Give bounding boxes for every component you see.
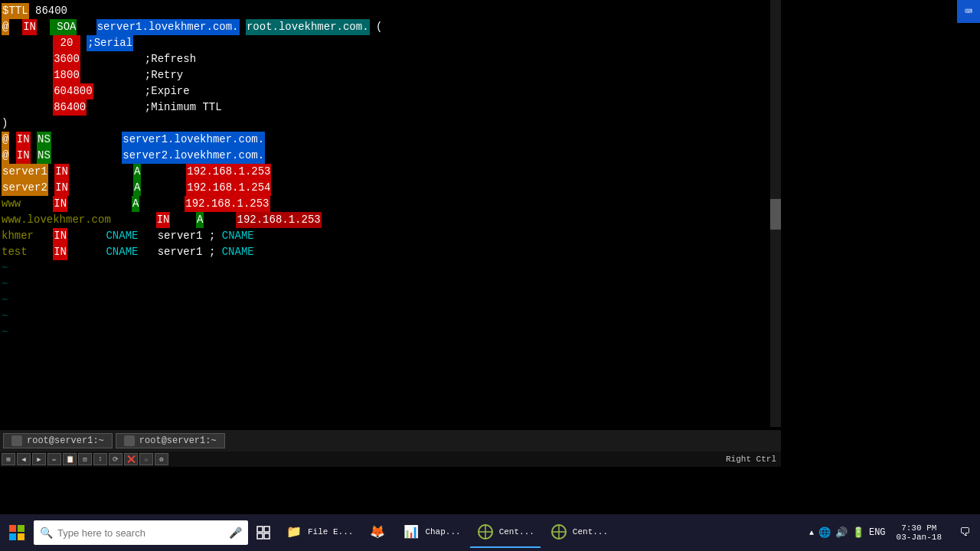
terminal-line-2: @ IN SOA server1.lovekhmer.com. root.lov…	[2, 19, 779, 35]
terminal-window[interactable]: $TTL 86400 @ IN SOA server1.lovekhmer.co…	[0, 0, 781, 429]
svg-rect-0	[9, 525, 16, 532]
terminal-tilde-4: ~	[2, 308, 779, 324]
terminal-icon-1	[11, 435, 22, 446]
terminal-line-15: khmer IN CNAME server1 ; CNAME	[2, 228, 779, 244]
terminal-tab-2[interactable]: root@server1:~	[116, 433, 225, 448]
terminal-line-10: @ IN NS server2.lovekhmer.com.	[2, 148, 779, 164]
terminal-tilde-3: ~	[2, 292, 779, 308]
svg-rect-7	[264, 533, 270, 539]
svg-rect-5	[264, 527, 270, 532]
toolbar-btn-1[interactable]: ⊞	[2, 453, 15, 465]
search-container[interactable]: 🔍 🎤	[34, 520, 248, 545]
terminal-line-3: 20 ;Serial	[2, 35, 779, 51]
svg-rect-4	[257, 527, 263, 532]
toolbar-btn-4[interactable]: ✏	[47, 453, 61, 465]
start-button[interactable]	[3, 519, 31, 546]
taskbar-centos-2[interactable]: Cent...	[544, 517, 614, 548]
terminal-tilde-2: ~	[2, 276, 779, 292]
terminal-icon-2	[124, 435, 135, 446]
svg-rect-6	[257, 533, 263, 539]
chapter-icon: 📊	[402, 523, 420, 541]
search-icon: 🔍	[40, 527, 53, 540]
notification-button[interactable]: 🗨	[952, 520, 977, 545]
terminal-line-5: 1800 ;Retry	[2, 67, 779, 83]
terminal-tilde-5: ~	[2, 324, 779, 341]
toolbar-btn-3[interactable]: ▶	[32, 453, 46, 465]
language-label[interactable]: ENG	[869, 527, 886, 538]
terminal-line-16: test IN CNAME server1 ; CNAME	[2, 244, 779, 260]
terminal-scrollbar[interactable]	[770, 0, 781, 427]
terminal-line-11: server1 IN A 192.168.1.253	[2, 164, 779, 180]
battery-icon: 🔋	[852, 527, 864, 539]
file-explorer-label: File E...	[308, 527, 353, 536]
file-explorer-icon: 📁	[285, 523, 303, 541]
terminal-tabs: root@server1:~ root@server1:~	[0, 430, 781, 452]
clock-date: 03-Jan-18	[897, 533, 942, 542]
terminal-toolbar: ⊞ ◀ ▶ ✏ 📋 ⊡ ↕ ⟳ ❌ ☆ ⚙ Right Ctrl	[0, 452, 781, 467]
search-input[interactable]	[57, 527, 211, 539]
tray-expand-icon[interactable]: ▲	[809, 529, 814, 537]
terminal-line-7: 86400 ;Minimum TTL	[2, 99, 779, 116]
svg-rect-1	[18, 525, 24, 532]
task-view-icon	[256, 526, 270, 540]
terminal-line-8: )	[2, 116, 779, 132]
right-panel	[781, 0, 980, 467]
terminal-line-6: 604800 ;Expire	[2, 83, 779, 99]
chapter-label: Chap...	[425, 527, 460, 536]
scrollbar-thumb	[770, 199, 781, 230]
system-tray: ▲ 🌐 🔊 🔋 ENG 7:30 PM 03-Jan-18 🗨	[809, 520, 977, 545]
network-icon: 🌐	[818, 527, 831, 539]
tab-label-1: root@server1:~	[27, 435, 104, 446]
tab-label-2: root@server1:~	[139, 435, 217, 446]
taskbar-chapter[interactable]: 📊 Chap...	[396, 517, 466, 548]
terminal-line-9: @ IN NS server1.lovekhmer.com.	[2, 132, 779, 148]
toolbar-btn-2[interactable]: ◀	[17, 453, 31, 465]
terminal-line-1: $TTL 86400	[2, 3, 779, 19]
taskbar-centos-1[interactable]: Cent...	[470, 517, 541, 548]
taskbar-file-explorer[interactable]: 📁 File E...	[279, 517, 359, 548]
microphone-icon[interactable]: 🎤	[229, 527, 242, 540]
task-view-button[interactable]	[251, 520, 276, 545]
windows-icon	[9, 525, 24, 540]
notification-icon: 🗨	[959, 527, 970, 539]
terminal-line-13: www IN A 192.168.1.253	[2, 196, 779, 212]
taskbar: 🔍 🎤 📁 File E... 🦊 📊 Chap...	[0, 514, 980, 551]
top-right-icon[interactable]: ⌨	[957, 0, 980, 23]
terminal-line-14: www.lovekhmer.com IN A 192.168.1.253	[2, 212, 779, 228]
toolbar-btn-10[interactable]: ☆	[139, 453, 153, 465]
right-ctrl-label: Right Ctrl	[726, 455, 779, 464]
terminal-line-4: 3600 ;Refresh	[2, 51, 779, 67]
toolbar-btn-11[interactable]: ⚙	[155, 453, 168, 465]
terminal-tab-1[interactable]: root@server1:~	[3, 433, 113, 448]
centos-1-icon	[476, 523, 495, 541]
clock-time: 7:30 PM	[897, 523, 942, 533]
toolbar-btn-7[interactable]: ↕	[93, 453, 107, 465]
toolbar-btn-8[interactable]: ⟳	[109, 453, 122, 465]
toolbar-btn-6[interactable]: ⊡	[78, 453, 92, 465]
taskbar-firefox[interactable]: 🦊	[362, 517, 393, 548]
centos-2-label: Cent...	[573, 527, 608, 536]
terminal-tilde-1: ~	[2, 260, 779, 276]
svg-rect-3	[18, 533, 24, 540]
centos-1-label: Cent...	[499, 527, 534, 536]
firefox-icon: 🦊	[368, 523, 387, 541]
centos-2-icon	[550, 523, 568, 541]
svg-rect-2	[9, 533, 16, 540]
top-right-symbol: ⌨	[965, 4, 972, 19]
toolbar-btn-5[interactable]: 📋	[63, 453, 77, 465]
volume-icon[interactable]: 🔊	[835, 527, 848, 539]
terminal-line-12: server2 IN A 192.168.1.254	[2, 180, 779, 196]
toolbar-btn-9[interactable]: ❌	[124, 453, 138, 465]
clock[interactable]: 7:30 PM 03-Jan-18	[890, 523, 948, 542]
